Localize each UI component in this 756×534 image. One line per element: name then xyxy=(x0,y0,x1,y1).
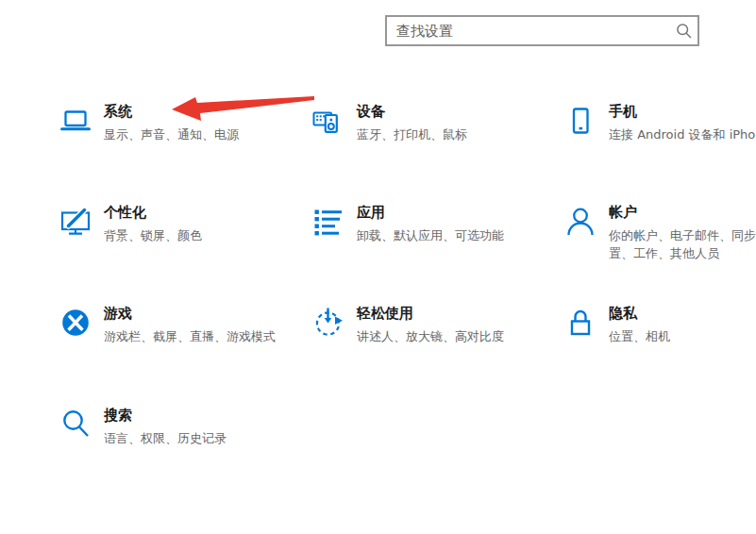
tile-subtitle: 蓝牙、打印机、鼠标 xyxy=(357,125,467,143)
tile-subtitle: 显示、声音、通知、电源 xyxy=(104,125,239,143)
dashed-circle-arrow-icon xyxy=(310,306,347,340)
tile-subtitle: 卸载、默认应用、可选功能 xyxy=(357,226,504,244)
tile-system[interactable]: 系统 显示、声音、通知、电源 xyxy=(52,91,305,143)
tile-title: 游戏 xyxy=(104,304,276,323)
xbox-icon xyxy=(57,306,94,340)
tile-personalization[interactable]: 个性化 背景、锁屏、颜色 xyxy=(52,192,305,244)
tile-apps[interactable]: 应用 卸载、默认应用、可选功能 xyxy=(305,192,558,244)
tile-phone[interactable]: 手机 连接 Android 设备和 iPhone xyxy=(557,91,756,143)
red-annotation-arrow xyxy=(0,0,756,534)
magnifier-icon[interactable] xyxy=(676,23,693,40)
tile-title: 设备 xyxy=(357,102,467,121)
magnifier-icon xyxy=(57,408,94,442)
tile-search[interactable]: 搜索 语言、权限、历史记录 xyxy=(52,394,305,447)
tile-title: 应用 xyxy=(357,203,504,222)
tile-ease-of-access[interactable]: 轻松使用 讲述人、放大镜、高对比度 xyxy=(305,292,558,345)
tile-subtitle: 讲述人、放大镜、高对比度 xyxy=(357,327,504,345)
tile-subtitle: 你的帐户、电子邮件、同步设 置、工作、其他人员 xyxy=(609,226,756,262)
tile-title: 个性化 xyxy=(104,203,202,222)
bulleted-list-icon xyxy=(310,205,347,239)
search-input[interactable] xyxy=(385,15,699,46)
tile-title: 帐户 xyxy=(609,203,756,222)
tile-title: 手机 xyxy=(609,102,756,121)
smartphone-icon xyxy=(562,104,599,138)
tile-subtitle: 语言、权限、历史记录 xyxy=(104,429,227,447)
tile-subtitle: 连接 Android 设备和 iPhone xyxy=(609,125,756,143)
tile-subtitle: 游戏栏、截屏、直播、游戏模式 xyxy=(104,327,276,345)
tile-title: 隐私 xyxy=(609,304,670,323)
tile-gaming[interactable]: 游戏 游戏栏、截屏、直播、游戏模式 xyxy=(52,292,305,345)
settings-window: 系统 显示、声音、通知、电源 设备 蓝牙、打印机、鼠标 xyxy=(0,0,756,534)
tile-privacy[interactable]: 隐私 位置、相机 xyxy=(557,292,756,345)
tile-accounts[interactable]: 帐户 你的帐户、电子邮件、同步设 置、工作、其他人员 xyxy=(557,192,756,262)
tile-title: 轻松使用 xyxy=(357,304,504,323)
lock-icon xyxy=(562,306,599,340)
tile-devices[interactable]: 设备 蓝牙、打印机、鼠标 xyxy=(305,91,558,143)
search-box xyxy=(385,15,699,46)
tile-title: 系统 xyxy=(104,102,239,121)
tile-subtitle: 位置、相机 xyxy=(609,327,670,345)
monitor-brush-icon xyxy=(57,205,94,239)
laptop-icon xyxy=(57,104,94,138)
tile-subtitle: 背景、锁屏、颜色 xyxy=(104,226,202,244)
person-icon xyxy=(562,205,599,239)
keyboard-speaker-icon xyxy=(310,104,347,138)
tile-title: 搜索 xyxy=(104,406,227,425)
